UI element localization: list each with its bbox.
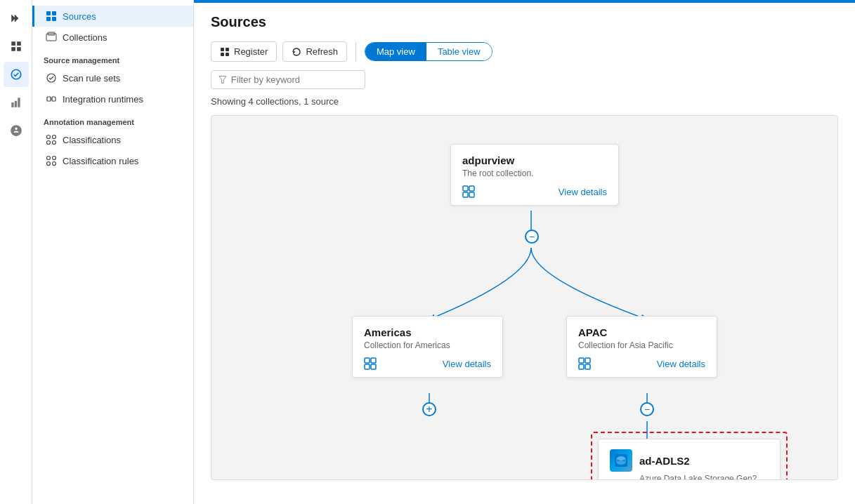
- expand-collapse-button[interactable]: [4, 6, 29, 31]
- filter-input-wrapper[interactable]: [211, 70, 365, 89]
- svg-point-17: [53, 141, 56, 145]
- svg-rect-12: [47, 97, 51, 101]
- map-canvas: adpurview The root collection. View deta…: [211, 115, 838, 480]
- svg-rect-41: [579, 364, 584, 369]
- sidebar-item-classification-rules-label: Classification rules: [63, 156, 138, 166]
- apac-view-details-link[interactable]: View details: [657, 359, 705, 369]
- svg-rect-31: [463, 186, 468, 191]
- source-management-section: Source management: [32, 48, 193, 67]
- svg-rect-0: [11, 41, 15, 46]
- adls2-storage-icon: [613, 453, 629, 468]
- sidebar-item-classifications[interactable]: Classifications: [32, 129, 193, 150]
- catalog-nav-button[interactable]: [4, 62, 29, 87]
- insights-nav-button[interactable]: [4, 90, 29, 115]
- icon-bar: [0, 0, 32, 504]
- svg-point-21: [53, 162, 56, 166]
- svg-rect-6: [52, 11, 56, 15]
- refresh-label: Refresh: [306, 46, 338, 57]
- apac-card-title: APAC: [578, 326, 705, 338]
- table-view-button[interactable]: Table view: [426, 43, 492, 60]
- main-content: Sources Register Refresh Map view Table …: [194, 0, 855, 504]
- svg-rect-42: [585, 364, 590, 369]
- management-nav-button[interactable]: [4, 118, 29, 143]
- svg-point-45: [617, 460, 625, 465]
- sidebar-item-scan-rule-sets-label: Scan rule sets: [63, 73, 120, 84]
- apac-collapse-button[interactable]: −: [640, 402, 654, 416]
- svg-rect-3: [17, 47, 21, 51]
- apac-grid-icon: [578, 357, 591, 370]
- apac-collection-card: APAC Collection for Asia Pacific View de…: [566, 316, 717, 378]
- sidebar-item-collections-label: Collections: [63, 32, 107, 43]
- svg-rect-33: [463, 192, 468, 197]
- svg-point-16: [47, 141, 51, 145]
- view-toggle: Map view Table view: [365, 42, 492, 61]
- sidebar-item-integration-runtimes[interactable]: Integration runtimes: [32, 88, 193, 110]
- svg-rect-34: [469, 192, 474, 197]
- filter-keyword-input[interactable]: [231, 74, 358, 85]
- svg-point-15: [53, 135, 56, 139]
- root-card-subtitle: The root collection.: [462, 168, 607, 178]
- source-card: ad-ADLS2 Azure Data Lake Storage Gen2 ✏ …: [598, 439, 781, 480]
- svg-rect-24: [221, 53, 224, 56]
- filter-icon: [218, 75, 227, 84]
- svg-rect-13: [52, 97, 56, 101]
- svg-rect-40: [585, 358, 590, 363]
- root-card-footer: View details: [462, 185, 607, 198]
- svg-rect-1: [17, 41, 21, 46]
- root-view-details-link[interactable]: View details: [559, 187, 607, 197]
- americas-card-title: Americas: [364, 326, 491, 338]
- svg-rect-7: [46, 17, 51, 21]
- filter-bar: [211, 70, 838, 89]
- svg-rect-36: [371, 358, 376, 363]
- root-card-title: adpurview: [462, 154, 607, 166]
- root-grid-icon: [462, 185, 475, 198]
- americas-grid-icon: [364, 357, 377, 370]
- americas-view-details-link[interactable]: View details: [443, 359, 491, 369]
- svg-rect-5: [46, 11, 51, 15]
- sidebar-item-classifications-label: Classifications: [63, 135, 121, 145]
- sidebar-item-integration-runtimes-label: Integration runtimes: [63, 94, 143, 105]
- register-button[interactable]: Register: [211, 41, 277, 62]
- svg-rect-2: [11, 47, 15, 51]
- americas-card-subtitle: Collection for Americas: [364, 340, 491, 350]
- source-title-group: ad-ADLS2: [639, 455, 690, 467]
- svg-rect-38: [371, 364, 376, 369]
- source-card-subtitle: Azure Data Lake Storage Gen2: [639, 474, 769, 480]
- americas-expand-button[interactable]: +: [422, 402, 436, 416]
- source-card-wrapper: ad-ADLS2 Azure Data Lake Storage Gen2 ✏ …: [591, 432, 788, 480]
- svg-point-20: [47, 162, 51, 166]
- root-card-actions: [462, 185, 475, 198]
- map-view-button[interactable]: Map view: [365, 43, 426, 60]
- svg-point-11: [47, 74, 56, 82]
- svg-rect-39: [579, 358, 584, 363]
- source-card-title: ad-ADLS2: [639, 455, 690, 467]
- refresh-icon: [292, 47, 301, 57]
- register-label: Register: [234, 46, 268, 57]
- svg-point-44: [617, 456, 625, 460]
- apac-card-footer: View details: [578, 357, 705, 370]
- sidebar-item-collections[interactable]: Collections: [32, 27, 193, 48]
- annotation-management-section: Annotation management: [32, 110, 193, 129]
- americas-collection-card: Americas Collection for Americas View de…: [352, 316, 503, 378]
- apac-card-subtitle: Collection for Asia Pacific: [578, 340, 705, 350]
- source-card-header: ad-ADLS2: [610, 449, 769, 472]
- home-nav-button[interactable]: [4, 34, 29, 59]
- register-icon: [220, 47, 230, 57]
- svg-point-18: [47, 157, 51, 160]
- americas-card-footer: View details: [364, 357, 491, 370]
- root-collapse-button[interactable]: −: [525, 230, 539, 244]
- svg-rect-8: [52, 17, 56, 21]
- svg-point-14: [47, 135, 51, 139]
- sidebar: Sources Collections Source management Sc…: [32, 0, 194, 504]
- page-title: Sources: [211, 14, 838, 30]
- showing-text: Showing 4 collections, 1 source: [211, 96, 838, 107]
- svg-point-19: [53, 157, 56, 160]
- refresh-button[interactable]: Refresh: [282, 41, 347, 62]
- sidebar-item-sources[interactable]: Sources: [32, 6, 193, 27]
- sidebar-item-classification-rules[interactable]: Classification rules: [32, 150, 193, 171]
- svg-rect-23: [226, 48, 229, 51]
- svg-rect-22: [221, 48, 224, 51]
- americas-card-actions: [364, 357, 377, 370]
- sidebar-item-scan-rule-sets[interactable]: Scan rule sets: [32, 67, 193, 88]
- sidebar-item-sources-label: Sources: [63, 11, 96, 22]
